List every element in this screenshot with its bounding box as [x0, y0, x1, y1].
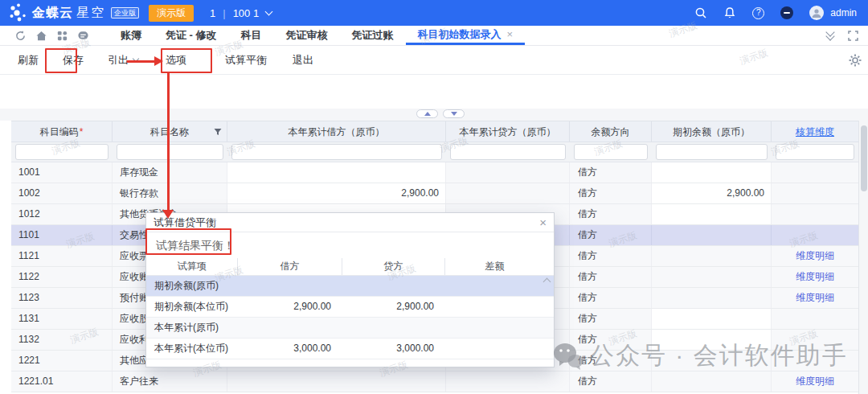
- username-label[interactable]: admin: [830, 7, 857, 18]
- filter-input-name[interactable]: [117, 144, 223, 160]
- col-header-account-code[interactable]: 科目编码*: [11, 121, 113, 142]
- col-header-ytd-debit[interactable]: 本年累计借方（原币）: [227, 121, 446, 142]
- trial-debit-cell: 3,000.00: [238, 339, 342, 359]
- tab-科目[interactable]: 科目: [229, 26, 274, 45]
- opening-balance-cell[interactable]: [652, 288, 772, 308]
- dialog-table-header: 试算项 借方 贷方 差额: [146, 258, 554, 276]
- dialog-table-row[interactable]: 本年累计(原币): [146, 318, 554, 339]
- dialog-table-row[interactable]: 期初余额(原币): [146, 276, 554, 297]
- open-tabs: 账簿凭证 - 修改科目凭证审核凭证过账: [108, 26, 406, 45]
- dimension-detail-link[interactable]: 维度明细: [772, 288, 858, 308]
- trial-item-cell: 期初余额(本位币): [146, 297, 238, 317]
- vertical-scrollbar[interactable]: [858, 121, 868, 394]
- account-code-cell: 1001: [11, 162, 113, 183]
- avatar[interactable]: [809, 6, 824, 20]
- exit-button[interactable]: 退出: [289, 53, 317, 68]
- dialog-title-bar[interactable]: 试算借贷平衡 ×: [146, 213, 554, 232]
- trial-debit-cell: [238, 276, 342, 296]
- tab-凭证 - 修改[interactable]: 凭证 - 修改: [154, 26, 229, 45]
- opening-balance-cell[interactable]: [652, 267, 772, 287]
- opening-balance-cell[interactable]: [652, 204, 772, 224]
- dimension-detail-link[interactable]: 维度明细: [772, 267, 858, 287]
- kingdee-logo-icon: [8, 2, 29, 23]
- ytd-debit-cell[interactable]: 2,900.00: [227, 183, 446, 203]
- opening-balance-cell[interactable]: [652, 351, 772, 371]
- dialog-scroll-arrows[interactable]: [542, 260, 552, 363]
- gear-settings-icon[interactable]: [849, 54, 862, 67]
- col-header-balance-direction[interactable]: 余额方向: [570, 121, 652, 142]
- account-code-cell: 1123: [11, 288, 113, 308]
- filter-input-direction[interactable]: [574, 144, 648, 160]
- dimension-detail-link[interactable]: 维度明细: [772, 246, 858, 266]
- search-icon[interactable]: [694, 6, 707, 19]
- account-code-cell: 1101: [11, 225, 113, 245]
- refresh-button[interactable]: 刷新: [14, 53, 42, 68]
- org-book-switcher[interactable]: 1 | 100 1: [210, 7, 272, 19]
- home-icon[interactable]: [35, 30, 47, 42]
- balance-direction-cell: 借方: [570, 267, 652, 287]
- trial-diff-cell: [445, 297, 544, 317]
- table-row[interactable]: 1002银行存款2,900.00借方2,900.00: [11, 183, 858, 204]
- brand-name: 金蝶云: [32, 5, 73, 22]
- trial-item-cell: 本年累计(本位币): [146, 339, 238, 359]
- scrollbar-thumb[interactable]: [861, 125, 867, 191]
- trial-credit-cell: 2,900.00: [342, 297, 445, 317]
- fullscreen-icon[interactable]: [848, 31, 858, 41]
- opening-balance-cell[interactable]: [652, 309, 772, 329]
- tab-active-initial-data-entry[interactable]: 科目初始数据录入 ×: [406, 26, 526, 45]
- scroll-up-icon[interactable]: [543, 278, 551, 286]
- table-row[interactable]: 1001库存现金借方: [11, 162, 858, 183]
- tab-凭证审核[interactable]: 凭证审核: [274, 26, 340, 45]
- opening-balance-cell[interactable]: 2,900.00: [652, 183, 772, 203]
- collapse-down-button[interactable]: [443, 109, 465, 118]
- save-button[interactable]: 保存: [59, 53, 87, 68]
- tab-账簿[interactable]: 账簿: [108, 26, 154, 45]
- table-row[interactable]: 1221.01客户往来借方维度明细: [11, 371, 858, 392]
- ytd-debit-cell[interactable]: [227, 371, 446, 392]
- dialog-col-item: 试算项: [146, 258, 238, 275]
- col-header-account-name[interactable]: 科目名称: [113, 121, 227, 142]
- apps-grid-icon[interactable]: [56, 30, 68, 42]
- close-tab-icon[interactable]: ×: [507, 28, 514, 40]
- filter-input-code[interactable]: [15, 144, 108, 160]
- dialog-rows: 期初余额(原币)期初余额(本位币)2,900.002,900.00本年累计(原币…: [146, 276, 554, 359]
- account-code-cell: 1131: [11, 309, 113, 329]
- opening-balance-cell[interactable]: [652, 246, 772, 266]
- dimension-detail-link[interactable]: 维度明细: [772, 371, 858, 392]
- dialog-close-icon[interactable]: ×: [539, 216, 547, 228]
- tab-凭证过账[interactable]: 凭证过账: [340, 26, 406, 45]
- demo-version-badge: 演示版: [149, 5, 194, 22]
- options-button[interactable]: 选项: [162, 53, 190, 68]
- message-icon[interactable]: [77, 30, 89, 42]
- balance-direction-cell: 借方: [570, 288, 652, 308]
- minimize-theme-icon[interactable]: [780, 6, 793, 19]
- dialog-table-row[interactable]: 期初余额(本位币)2,900.002,900.00: [146, 297, 554, 318]
- filter-input-dimension[interactable]: [776, 144, 854, 160]
- refresh-sync-icon[interactable]: [14, 30, 27, 42]
- collapse-tabs-icon[interactable]: [825, 31, 835, 40]
- ytd-debit-cell[interactable]: [227, 162, 446, 183]
- balance-direction-cell: 借方: [570, 246, 652, 266]
- col-header-opening-balance[interactable]: 期初余额（原币）: [652, 121, 772, 142]
- opening-balance-cell[interactable]: [652, 162, 772, 183]
- opening-balance-cell[interactable]: [652, 225, 772, 245]
- help-icon[interactable]: ?: [752, 7, 764, 19]
- filter-input-opening[interactable]: [656, 144, 768, 160]
- opening-balance-cell[interactable]: [652, 371, 772, 392]
- annotation-arrowhead-down: [162, 210, 174, 219]
- opening-balance-cell[interactable]: [652, 330, 772, 350]
- col-header-dimension-link[interactable]: 核算维度: [772, 121, 858, 142]
- balance-direction-cell: 借方: [570, 309, 652, 329]
- trial-credit-cell: [342, 318, 445, 338]
- dimension-cell: [772, 183, 858, 203]
- notification-bell-icon[interactable]: [723, 6, 736, 19]
- collapse-up-button[interactable]: [416, 109, 438, 118]
- trial-credit-cell: 3,000.00: [342, 339, 445, 359]
- filter-input-ytd-credit[interactable]: [450, 144, 566, 160]
- dialog-table-row[interactable]: 本年累计(本位币)3,000.003,000.00: [146, 339, 554, 359]
- col-header-ytd-credit[interactable]: 本年累计贷方（原币）: [446, 121, 570, 142]
- filter-funnel-icon[interactable]: [214, 128, 222, 136]
- filter-input-ytd-debit[interactable]: [231, 144, 442, 160]
- chevron-down-icon[interactable]: [265, 8, 273, 16]
- trial-balance-button[interactable]: 试算平衡: [222, 53, 270, 68]
